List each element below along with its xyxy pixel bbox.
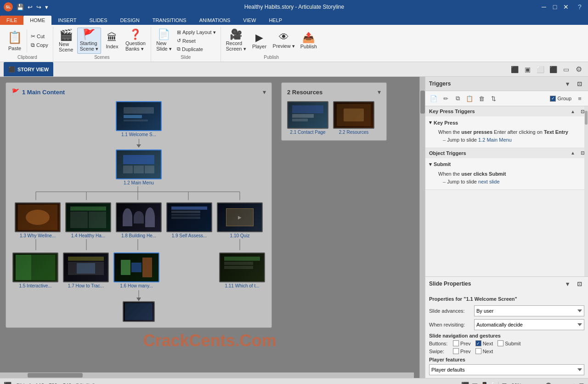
redo-btn[interactable]: ↪ (35, 3, 42, 11)
status-fit-icon[interactable]: ⬜ (491, 382, 499, 384)
group-checkbox[interactable] (550, 96, 556, 102)
submit-group-header[interactable]: ▾ Submit (429, 160, 584, 169)
publish-button[interactable]: 📤 Publish (298, 31, 319, 51)
zoom-in-icon[interactable]: + (572, 382, 576, 384)
object-expand-icon[interactable]: ⊡ (581, 150, 584, 155)
scene-dropdown-btn[interactable]: ▾ (263, 88, 266, 96)
props-collapse-btn[interactable]: ▾ (562, 279, 572, 289)
object-triggers-header[interactable]: Object Triggers ▲ ⊡ (425, 148, 588, 158)
swipe-next-checkbox[interactable] (475, 348, 481, 354)
preview-button[interactable]: 👁 Preview ▾ (271, 31, 297, 51)
slide-advances-select[interactable]: By user (474, 305, 584, 316)
canvas-hscroll-thumb[interactable] (28, 373, 83, 378)
slide-1-5-thumb[interactable] (12, 252, 58, 282)
slide-1-9-thumb[interactable] (166, 202, 212, 232)
tab-file[interactable]: FILE (0, 16, 23, 25)
slide-1-6-thumb[interactable] (113, 252, 159, 282)
slide-2-1-thumb[interactable] (287, 101, 328, 129)
status-expand-icon[interactable]: ⊞ (502, 382, 507, 384)
tab-design[interactable]: DESIGN (114, 16, 146, 25)
new-scene-button[interactable]: 🎬 NewScene (56, 28, 76, 54)
key-press-collapse-icon[interactable]: ▲ (571, 109, 575, 114)
slide-1-7-thumb[interactable] (63, 252, 109, 282)
slide-2-2-thumb[interactable] (333, 101, 374, 129)
prev-checkbox[interactable] (453, 340, 459, 346)
triggers-scroll-area[interactable]: Key Press Triggers ▲ ⊡ ▾ Key Press When … (425, 106, 588, 276)
story-view-tab[interactable]: ⬛ STORY VIEW (4, 62, 53, 76)
triggers-detach-btn[interactable]: ⊡ (574, 79, 584, 89)
view-normal-btn[interactable]: ⬛ (509, 64, 520, 75)
duplicate-button[interactable]: ⧉ Duplicate (175, 45, 218, 53)
key-press-expand-icon[interactable]: ⊡ (581, 109, 584, 114)
view-custom-btn[interactable]: ▭ (560, 64, 571, 75)
view-wide-btn[interactable]: ⬛ (548, 64, 559, 75)
trigger-reorder-btn[interactable]: ⇅ (488, 93, 499, 104)
close-btn[interactable]: ✕ (561, 2, 571, 11)
triggers-vscroll-thumb[interactable] (585, 111, 588, 125)
tab-help[interactable]: HELP (262, 16, 288, 25)
view-scene-btn[interactable]: ▣ (522, 64, 533, 75)
trigger-paste-btn[interactable]: 📋 (464, 93, 475, 104)
tab-animations[interactable]: ANIMATIONS (193, 16, 237, 25)
key-press-group-header[interactable]: ▾ Key Press (429, 118, 584, 127)
customize-dropdown[interactable]: ▾ (44, 3, 49, 11)
help-btn[interactable]: ? (575, 2, 584, 11)
slide-1-1-thumb[interactable] (116, 101, 162, 131)
tab-insert[interactable]: INSERT (51, 16, 83, 25)
maximize-btn[interactable]: □ (550, 2, 560, 11)
submit-checkbox[interactable] (498, 340, 503, 346)
paste-button[interactable]: 📋 Paste (5, 29, 25, 52)
slide-1-11-thumb[interactable] (219, 252, 265, 282)
record-screen-button[interactable]: 🎥 RecordScreen ▾ (224, 28, 249, 53)
status-scroll-icon[interactable]: ⬛ (4, 382, 11, 384)
player-features-select[interactable]: Player defaults (429, 364, 584, 375)
canvas-vscroll-thumb[interactable] (420, 91, 425, 114)
object-collapse-icon[interactable]: ▲ (571, 150, 575, 155)
tab-slides[interactable]: SLIDES (83, 16, 113, 25)
save-btn[interactable]: 💾 (16, 3, 25, 11)
index-button[interactable]: 🏛 Index (102, 31, 122, 51)
tab-transitions[interactable]: TRANSITIONS (146, 16, 193, 25)
canvas-vscrollbar[interactable] (419, 77, 425, 378)
slide-1-10-thumb[interactable]: ▶ (217, 202, 263, 232)
slide-1-8-thumb[interactable] (116, 202, 162, 232)
new-slide-button[interactable]: 📄 NewSlide ▾ (154, 28, 174, 53)
slide-1-2-thumb[interactable] (116, 149, 162, 179)
zoom-out-icon[interactable]: − (526, 382, 530, 384)
key-press-triggers-header[interactable]: Key Press Triggers ▲ ⊡ (425, 106, 588, 116)
props-detach-btn[interactable]: ⊡ (574, 279, 584, 289)
when-revisiting-select[interactable]: Automatically decide (474, 319, 584, 330)
view-fit-btn[interactable]: ⬜ (535, 64, 546, 75)
tab-home[interactable]: HOME (23, 16, 51, 25)
fit-window-icon[interactable]: ⊡ (579, 382, 584, 384)
resources-dropdown-btn[interactable]: ▾ (378, 88, 381, 96)
reset-button[interactable]: ↺ Reset (175, 37, 218, 45)
tab-view[interactable]: VIEW (237, 16, 262, 25)
swipe-prev-checkbox[interactable] (453, 348, 459, 354)
status-device-icon[interactable]: 📱 (481, 382, 488, 384)
trigger-list-view-btn[interactable]: ≡ (574, 93, 585, 104)
player-button[interactable]: ▶ Player (249, 31, 270, 51)
view-settings-btn[interactable]: ⚙ (573, 64, 584, 75)
undo-btn[interactable]: ↩ (27, 3, 34, 11)
slide-1-4-thumb[interactable] (65, 202, 111, 232)
trigger-delete-btn[interactable]: 🗑 (476, 93, 487, 104)
trigger-edit-btn[interactable]: ✏ (440, 93, 451, 104)
copy-button[interactable]: ⧉ Copy (29, 41, 50, 49)
question-banks-button[interactable]: ❓ QuestionBanks ▾ (123, 28, 148, 53)
next-checkbox[interactable] (475, 340, 481, 346)
minimize-btn[interactable]: ─ (539, 2, 548, 11)
starting-scene-button[interactable]: 🚩 StartingScene ▾ (77, 28, 101, 54)
slide-1-3-thumb[interactable] (15, 202, 61, 232)
status-normal-view-icon[interactable]: ⬛ (461, 382, 469, 384)
apply-layout-button[interactable]: ⊞ Apply Layout ▾ (175, 29, 218, 36)
trigger-copy-btn[interactable]: ⧉ (452, 93, 463, 104)
triggers-collapse-btn[interactable]: ▾ (562, 79, 572, 89)
cut-button[interactable]: ✂ Cut (29, 32, 50, 40)
status-slide-view-icon[interactable]: ▣ (472, 382, 478, 384)
canvas[interactable]: 🚩 1 Main Content ▾ (0, 77, 419, 378)
triggers-vscrollbar[interactable] (584, 106, 588, 276)
canvas-hscrollbar[interactable] (0, 373, 414, 378)
trigger-new-btn[interactable]: 📄 (428, 93, 439, 104)
next-slide-thumb[interactable] (123, 301, 155, 322)
